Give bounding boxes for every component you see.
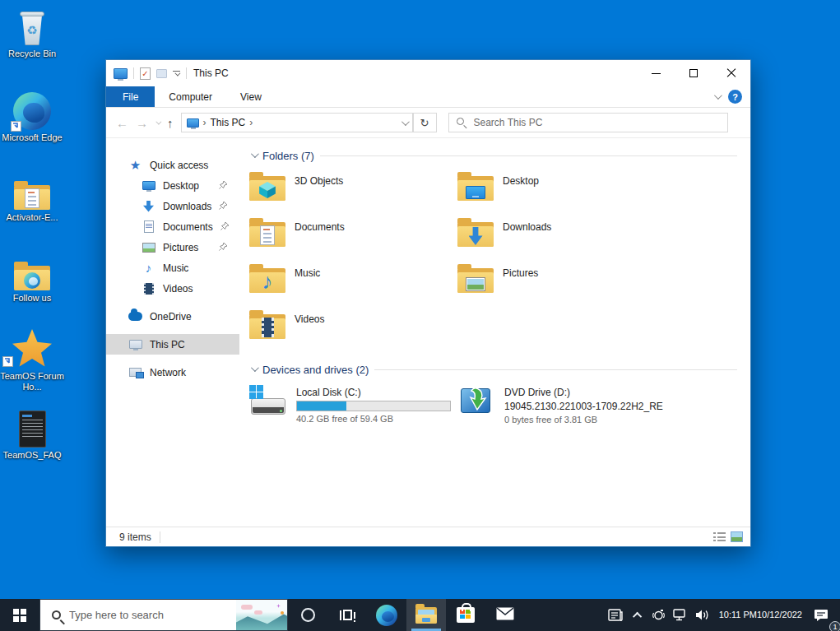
close-button[interactable] [712,60,750,86]
downloads-icon [142,200,155,212]
sidebar-item-label: Pictures [163,242,198,253]
sidebar-item-music[interactable]: ♪ Music [106,258,239,278]
drive-tile-local-disk[interactable]: Local Disk (C:) 40.2 GB free of 59.4 GB [249,385,457,438]
edge-icon [376,605,397,626]
taskbar-mail-button[interactable] [485,599,525,631]
folder-documents-icon [249,217,285,247]
properties-icon[interactable]: ✓ [140,67,151,80]
cortana-button[interactable] [288,599,327,631]
sidebar-item-pictures[interactable]: Pictures [106,237,239,258]
minimize-icon [652,73,661,74]
task-view-button[interactable] [327,599,367,631]
expand-ribbon-chevron-icon[interactable] [714,91,722,100]
minimize-button[interactable] [637,60,675,86]
desktop-icon-follow-us[interactable]: Follow us [0,249,64,304]
folder-tile-music[interactable]: ♪ Music [249,263,457,309]
items-count: 9 items [119,531,151,543]
taskbar-edge-button[interactable] [367,599,406,631]
new-folder-icon[interactable] [156,69,167,78]
folder-with-logo-icon [0,249,64,290]
folder-tile-3d-objects[interactable]: 3D Objects [249,171,457,217]
taskbar-search-input[interactable] [69,609,236,621]
videos-icon [142,282,155,295]
pin-icon [219,180,228,192]
tab-view[interactable]: View [226,86,276,107]
folder-tile-documents[interactable]: Documents [249,217,457,263]
network-button[interactable] [670,599,691,631]
address-dropdown-chevron-icon[interactable] [401,118,409,126]
up-button[interactable]: ↑ [167,116,174,130]
address-bar[interactable]: › This PC › [181,113,413,132]
desktop-icon-activator[interactable]: Activator-E... [0,169,64,223]
desktop-icon-teamos-forum[interactable]: TeamOS Forum Ho... [0,327,64,392]
windows-logo-icon [13,609,26,622]
sidebar-item-this-pc[interactable]: This PC [106,334,239,355]
folder-tile-pictures[interactable]: Pictures [457,263,666,309]
sidebar-item-onedrive[interactable]: OneDrive [106,306,239,327]
tab-computer[interactable]: Computer [155,86,226,107]
news-interests-button[interactable] [604,599,629,631]
disk-usage-bar [296,401,451,411]
music-icon: ♪ [142,262,155,274]
search-highlight-image[interactable] [236,600,287,630]
sidebar-item-downloads[interactable]: Downloads [106,196,239,216]
customize-qat-chevron-icon[interactable] [173,71,180,77]
show-hidden-icons-button[interactable] [629,599,648,631]
clock[interactable]: 10:11 PM 10/12/2022 [714,599,807,631]
desktop-icon-label: TeamOS_FAQ [0,450,64,461]
breadcrumb[interactable]: This PC [211,117,246,128]
dark-document-icon [0,406,64,448]
help-button[interactable]: ? [728,90,742,104]
folder-name: Downloads [503,221,551,233]
maximize-icon [689,69,698,77]
search-input[interactable] [449,114,727,132]
sidebar-item-label: Quick access [150,160,208,171]
search-icon [52,610,61,619]
sidebar-item-documents[interactable]: Documents [106,216,239,237]
desktop-icon-microsoft-edge[interactable]: Microsoft Edge [0,89,64,143]
tab-file[interactable]: File [106,86,155,107]
recent-locations-chevron-icon[interactable] [155,118,161,124]
desktop-icon-label: Microsoft Edge [0,132,64,143]
action-center-button[interactable]: 1 [807,599,835,631]
group-title: Devices and drives (2) [262,364,369,376]
sidebar-item-label: Documents [163,221,213,233]
sidebar-item-network[interactable]: Network [106,362,239,383]
network-icon [128,366,142,378]
refresh-button[interactable]: ↻ [413,113,437,132]
start-button[interactable] [0,599,39,631]
tray-update-button[interactable] [648,599,670,631]
folder-tile-desktop[interactable]: Desktop [457,171,666,217]
desktop-icon-recycle-bin[interactable]: ♻ Recycle Bin [0,5,64,59]
cortana-icon [301,608,315,622]
taskbar-store-button[interactable] [446,599,485,631]
collapse-chevron-icon[interactable] [251,364,259,372]
pin-icon [219,242,228,253]
desktop-icon-teamos-faq[interactable]: TeamOS_FAQ [0,406,64,461]
drive-tile-dvd[interactable]: DVD Drive (D:) 19045.2130.221003-1709.22… [457,385,666,438]
maximize-button[interactable] [675,60,712,86]
sidebar-item-quick-access[interactable]: ★ Quick access [106,155,239,175]
group-header-devices[interactable]: Devices and drives (2) [251,364,737,376]
sidebar-item-desktop[interactable]: Desktop [106,175,239,196]
drive-name: Local Disk (C:) [296,387,451,398]
group-header-folders[interactable]: Folders (7) [251,150,737,162]
forward-button[interactable]: → [136,116,148,130]
details-view-button[interactable] [713,531,726,542]
folder-tile-downloads[interactable]: Downloads [457,217,666,263]
back-button[interactable]: ← [116,116,128,130]
desktop-icon-label: Activator-E... [0,212,64,223]
pin-icon [219,201,228,212]
taskbar-search[interactable] [39,599,288,631]
taskbar-file-explorer-button[interactable] [406,599,446,631]
collapse-chevron-icon[interactable] [251,150,259,158]
volume-button[interactable] [691,599,714,631]
breadcrumb-separator[interactable]: › [249,117,253,128]
folder-name: Pictures [503,267,538,279]
sidebar-item-videos[interactable]: Videos [106,278,239,299]
folder-tile-videos[interactable]: Videos [249,309,457,355]
large-icons-view-button[interactable] [731,531,743,542]
taskbar: 10:11 PM 10/12/2022 1 [0,599,840,631]
recycle-bin-icon: ♻ [0,5,64,46]
search-icon [457,118,464,125]
